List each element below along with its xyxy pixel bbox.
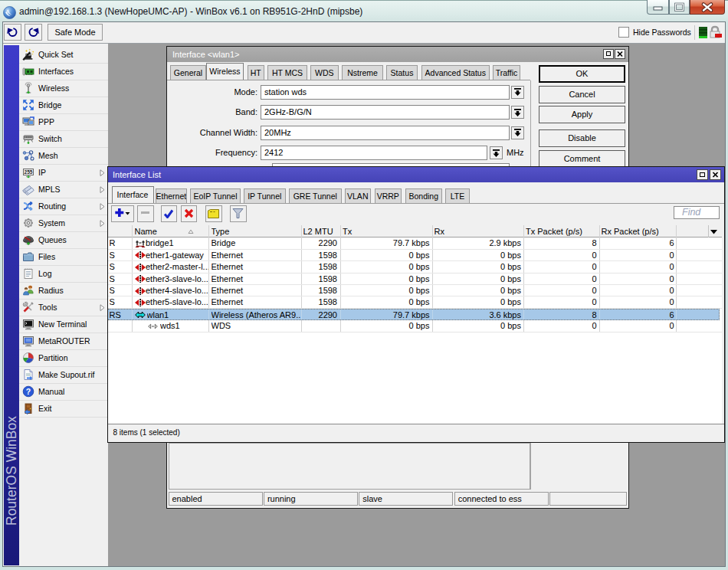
svg-text:255: 255 — [25, 169, 33, 175]
svg-text:?: ? — [26, 387, 31, 396]
